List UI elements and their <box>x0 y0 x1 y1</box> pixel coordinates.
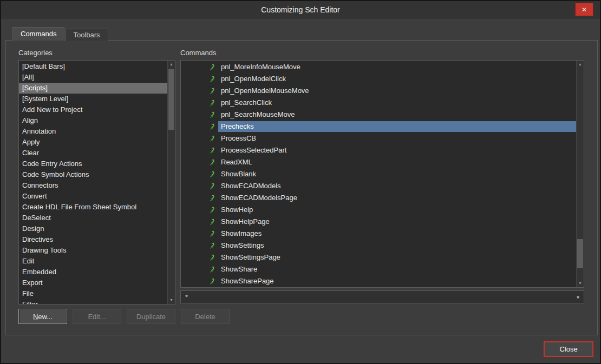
script-icon <box>208 242 216 249</box>
categories-scrollbar-thumb[interactable] <box>168 69 174 130</box>
category-item[interactable]: Connectors <box>19 180 167 191</box>
categories-scrollbar[interactable]: ▲ ▼ <box>167 61 175 304</box>
category-item[interactable]: Add New to Project <box>19 104 167 115</box>
tab-bar: CommandsToolbars <box>12 27 109 41</box>
category-item[interactable]: [All] <box>19 72 167 83</box>
command-item[interactable]: ShowECADModels <box>181 180 576 192</box>
chevron-down-icon[interactable]: ▾ <box>577 294 579 300</box>
categories-list: [Default Bars][All][Scripts][System Leve… <box>18 60 175 305</box>
command-item-label: ShowHelp <box>218 204 256 215</box>
script-icon <box>208 99 216 107</box>
command-item[interactable]: pnl_MoreInfoMouseMove <box>181 61 576 73</box>
command-item-label: ProcessCB <box>218 133 259 144</box>
command-item-label: ShowSharePage <box>218 276 277 287</box>
command-item[interactable]: ShowBlank <box>181 168 576 180</box>
command-item-label: ShowECADModels <box>218 181 284 191</box>
scroll-up-icon[interactable]: ▲ <box>577 61 584 68</box>
command-item-label: ShowImages <box>218 228 264 239</box>
category-item[interactable]: Embedded <box>19 267 167 277</box>
edit-button[interactable]: Edit... <box>73 309 121 324</box>
command-item-label: ShowShare <box>218 264 260 275</box>
command-item[interactable]: ProcessCB <box>181 133 576 144</box>
filter-combo[interactable]: * ▾ <box>180 290 584 303</box>
command-item[interactable]: ShowECADModelsPage <box>181 192 576 204</box>
content-groupbox: Categories Commands [Default Bars][All][… <box>5 40 598 335</box>
button-label: Delete <box>195 313 215 321</box>
script-icon <box>208 230 216 237</box>
category-item[interactable]: [Scripts] <box>19 83 167 94</box>
command-item[interactable]: ShowHelp <box>181 204 576 216</box>
category-item[interactable]: Edit <box>19 256 167 267</box>
command-item-label: ShowBlank <box>218 169 259 180</box>
script-icon <box>208 135 216 142</box>
command-item[interactable]: ShowImages <box>181 228 576 240</box>
command-item-label: ProcessSelectedPart <box>218 145 289 156</box>
script-icon <box>208 266 216 273</box>
script-icon <box>208 182 216 190</box>
category-item[interactable]: [System Level] <box>19 94 167 104</box>
script-icon <box>208 194 216 202</box>
scroll-up-icon[interactable]: ▲ <box>168 61 175 68</box>
command-item[interactable]: ProcessSelectedPart <box>181 144 576 156</box>
script-icon <box>208 158 216 166</box>
command-item[interactable]: pnl_OpenModelMouseMove <box>181 85 576 97</box>
command-item[interactable]: pnl_OpenModelClick <box>181 73 576 85</box>
new-button[interactable]: New... <box>18 309 67 324</box>
command-item[interactable]: pnl_SearchClick <box>181 97 576 109</box>
command-item-label: pnl_SearchMouseMove <box>218 109 298 120</box>
category-item[interactable]: Design <box>19 223 167 234</box>
category-item[interactable]: Code Entry Actions <box>19 158 167 169</box>
button-label: Edit... <box>88 313 106 321</box>
scroll-down-icon[interactable]: ▼ <box>577 280 584 287</box>
script-icon <box>208 277 216 285</box>
filter-value: * <box>185 293 188 301</box>
category-item[interactable]: Export <box>19 277 167 288</box>
command-item[interactable]: Prechecks <box>181 121 576 133</box>
command-item-label: Prechecks <box>218 121 576 132</box>
script-icon <box>208 111 216 118</box>
command-item[interactable]: ShowHelpPage <box>181 216 576 228</box>
command-item-label: pnl_MoreInfoMouseMove <box>218 62 303 72</box>
category-item[interactable]: Apply <box>19 137 167 148</box>
command-item[interactable]: ShowSettingsPage <box>181 252 576 263</box>
category-item[interactable]: Annotation <box>19 126 167 137</box>
category-item[interactable]: Clear <box>19 148 167 158</box>
delete-button[interactable]: Delete <box>181 309 230 324</box>
categories-label: Categories <box>18 49 53 57</box>
commands-scrollbar-thumb[interactable] <box>577 239 583 268</box>
scroll-down-icon[interactable]: ▼ <box>168 296 175 304</box>
script-icon <box>208 170 216 178</box>
script-icon <box>208 123 216 130</box>
command-item[interactable]: ShowSettings <box>181 240 576 252</box>
category-item[interactable]: Create HDL File From Sheet Symbol <box>19 202 167 213</box>
command-item[interactable]: ReadXML <box>181 156 576 168</box>
close-button[interactable]: Close <box>544 341 593 357</box>
category-item[interactable]: Convert <box>19 191 167 202</box>
commands-list: pnl_MoreInfoMouseMovepnl_OpenModelClickp… <box>180 60 584 288</box>
titlebar[interactable]: Customizing Sch Editor ✕ <box>1 1 600 19</box>
commands-scrollbar[interactable]: ▲ ▼ <box>576 61 584 287</box>
window-title: Customizing Sch Editor <box>1 1 600 19</box>
category-item[interactable]: Filter <box>19 299 167 304</box>
command-item-label: ShowHelpPage <box>218 216 272 227</box>
command-item[interactable]: pnl_SearchMouseMove <box>181 109 576 121</box>
category-item[interactable]: [Default Bars] <box>19 61 167 72</box>
window-close-button[interactable]: ✕ <box>575 3 593 16</box>
command-item[interactable]: ShowShare <box>181 263 576 275</box>
commands-list-items: pnl_MoreInfoMouseMovepnl_OpenModelClickp… <box>181 61 576 287</box>
tab-commands[interactable]: Commands <box>12 27 64 41</box>
category-item[interactable]: Drawing Tools <box>19 245 167 256</box>
button-label: Duplicate <box>136 313 166 321</box>
category-item[interactable]: Directives <box>19 234 167 245</box>
category-item[interactable]: DeSelect <box>19 213 167 223</box>
command-item[interactable]: ShowSharePage <box>181 275 576 287</box>
script-icon <box>208 218 216 226</box>
category-item[interactable]: File <box>19 288 167 299</box>
customize-dialog: Customizing Sch Editor ✕ CommandsToolbar… <box>0 0 601 364</box>
category-item[interactable]: Code Symbol Actions <box>19 169 167 180</box>
category-item[interactable]: Align <box>19 115 167 126</box>
duplicate-button[interactable]: Duplicate <box>127 309 175 324</box>
commands-label: Commands <box>180 49 216 57</box>
tab-toolbars[interactable]: Toolbars <box>65 29 108 41</box>
command-item-label: pnl_OpenModelClick <box>218 74 289 84</box>
